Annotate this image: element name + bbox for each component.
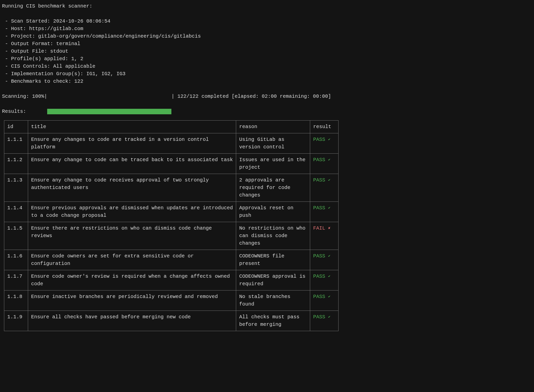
cell-title: Ensure code owner's review is required w… (28, 270, 236, 290)
cell-result: PASS ✔ (310, 311, 339, 331)
scanner-title: Running CIS benchmark scanner: (2, 3, 532, 10)
table-row: 1.1.9Ensure all checks have passed befor… (4, 311, 339, 331)
cell-id: 1.1.2 (4, 154, 28, 174)
cell-reason: Issues are used in the project (236, 154, 310, 174)
progress-bar-fill (47, 109, 171, 114)
cell-title: Ensure any change to code receives appro… (28, 174, 236, 202)
cell-reason: No stale branches found (236, 290, 310, 311)
header-line: - Host: https://gitlab.com (2, 25, 532, 33)
scanner-header: Running CIS benchmark scanner: - Scan St… (2, 3, 532, 85)
result-text: PASS (313, 137, 328, 142)
cell-title: Ensure all checks have passed before mer… (28, 311, 236, 331)
header-line: - Project: gitlab-org/govern/compliance/… (2, 33, 532, 40)
result-text: PASS (313, 273, 328, 279)
check-icon: ✔ (328, 295, 330, 299)
cell-id: 1.1.5 (4, 222, 28, 250)
cell-result: PASS ✔ (310, 290, 339, 311)
progress-suffix: | 122/122 completed [elapsed: 02:00 rema… (171, 93, 331, 100)
progress-line: Scanning: 100%| | 122/122 completed [ela… (2, 93, 532, 100)
cell-reason: Approvals reset on push (236, 202, 310, 222)
cell-id: 1.1.7 (4, 270, 28, 290)
results-table: id title reason result 1.1.1Ensure any c… (4, 120, 339, 331)
header-result: result (310, 121, 339, 133)
cell-title: Ensure previous approvals are dismissed … (28, 202, 236, 222)
header-line: - Benchmarks to check: 122 (2, 78, 532, 85)
cell-result: PASS ✔ (310, 250, 339, 270)
cell-reason: Using GitLab as version control (236, 133, 310, 154)
check-icon: ✔ (328, 137, 330, 141)
check-icon: ✔ (328, 206, 330, 210)
cell-title: Ensure any change to code can be traced … (28, 154, 236, 174)
table-row: 1.1.1Ensure any changes to code are trac… (4, 133, 339, 154)
header-line: - Implementation Group(s): IG1, IG2, IG3 (2, 70, 532, 78)
cell-id: 1.1.6 (4, 250, 28, 270)
cell-title: Ensure there are restrictions on who can… (28, 222, 236, 250)
table-row: 1.1.3Ensure any change to code receives … (4, 174, 339, 202)
result-text: PASS (313, 314, 328, 320)
table-row: 1.1.2Ensure any change to code can be tr… (4, 154, 339, 174)
cell-reason: No restrictions on who can dismiss code … (236, 222, 310, 250)
progress-bar (47, 94, 171, 99)
cell-reason: CODEOWNERS file present (236, 250, 310, 270)
cell-reason: All checks must pass before merging (236, 311, 310, 331)
cell-id: 1.1.4 (4, 202, 28, 222)
result-text: PASS (313, 177, 328, 183)
result-text: PASS (313, 205, 328, 211)
cell-id: 1.1.1 (4, 133, 28, 154)
result-text: PASS (313, 253, 328, 259)
check-icon: ✔ (328, 254, 330, 258)
cell-id: 1.1.8 (4, 290, 28, 311)
result-text: PASS (313, 157, 328, 163)
header-line: - CIS Controls: All applicable (2, 63, 532, 70)
table-row: 1.1.7Ensure code owner's review is requi… (4, 270, 339, 290)
cell-reason: 2 approvals are required for code change… (236, 174, 310, 202)
table-row: 1.1.4Ensure previous approvals are dismi… (4, 202, 339, 222)
cell-result: PASS ✔ (310, 202, 339, 222)
header-line: - Output Format: terminal (2, 40, 532, 48)
cell-title: Ensure inactive branches are periodicall… (28, 290, 236, 311)
header-id: id (4, 121, 28, 133)
table-row: 1.1.6Ensure code owners are set for extr… (4, 250, 339, 270)
cell-result: PASS ✔ (310, 174, 339, 202)
header-line: - Profile(s) applied: 1, 2 (2, 55, 532, 63)
cell-title: Ensure code owners are set for extra sen… (28, 250, 236, 270)
cell-result: FAIL ✘ (310, 222, 339, 250)
check-icon: ✔ (328, 274, 330, 278)
header-line: - Output File: stdout (2, 48, 532, 55)
table-row: 1.1.5Ensure there are restrictions on wh… (4, 222, 339, 250)
table-row: 1.1.8Ensure inactive branches are period… (4, 290, 339, 311)
cell-reason: CODEOWNERS approval is required (236, 270, 310, 290)
cell-id: 1.1.3 (4, 174, 28, 202)
cell-result: PASS ✔ (310, 154, 339, 174)
header-line: - Scan Started: 2024-10-26 08:06:54 (2, 18, 532, 25)
header-reason: reason (236, 121, 310, 133)
cell-result: PASS ✔ (310, 270, 339, 290)
check-icon: ✔ (328, 178, 330, 182)
progress-prefix: Scanning: 100%| (2, 93, 47, 100)
check-icon: ✔ (328, 158, 330, 162)
check-icon: ✔ (328, 315, 330, 319)
cell-result: PASS ✔ (310, 133, 339, 154)
cell-title: Ensure any changes to code are tracked i… (28, 133, 236, 154)
result-text: PASS (313, 294, 328, 300)
result-text: FAIL (313, 225, 328, 231)
cross-icon: ✘ (328, 226, 330, 230)
cell-id: 1.1.9 (4, 311, 28, 331)
